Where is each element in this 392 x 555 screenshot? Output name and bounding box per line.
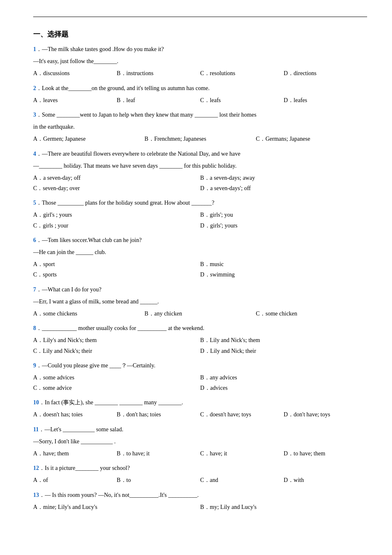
question-line-4-1: —________ holiday. That means we have se…: [33, 161, 367, 171]
question-text-9: ．—Could you please give me ____？—Certain…: [36, 362, 156, 369]
option-4-0: A．a seven-day; off: [33, 173, 200, 183]
option-11-3: D．to have; them: [284, 448, 367, 459]
option-10-3: D．don't have; toys: [284, 409, 367, 420]
question-7: 7．—What can I do for you?—Err, I want a …: [33, 284, 367, 319]
option-6-1: B．music: [200, 259, 368, 269]
question-number-8: 8: [33, 325, 36, 331]
question-number-10: 10: [33, 399, 39, 406]
question-text-5: ．Those _________ plans for the holiday s…: [36, 200, 214, 206]
question-number-3: 3: [33, 112, 36, 118]
question-11: 11．—Let's ___________ some salad.—Sorry,…: [33, 424, 367, 459]
option-10-0: A．doesn't has; toies: [33, 409, 117, 420]
option-8-3: D．Lily and Nick; their: [200, 346, 368, 356]
question-line-7-0: 7．—What can I do for you?: [33, 284, 367, 295]
option-6-0: A．sport: [33, 259, 200, 269]
options-row-5: A．girl's ; yoursB．girls'; youC．girls ; y…: [33, 210, 367, 230]
option-13-0: A．mine; Lily's and Lucy's: [33, 502, 200, 512]
option-3-1: B．Frenchmen; Japaneses: [144, 134, 256, 144]
option-3-0: A．Germen; Japanese: [33, 134, 144, 144]
question-10: 10．In fact (事实上), she ________ ________ …: [33, 397, 367, 420]
option-2-1: B．leaf: [117, 95, 200, 105]
question-number-2: 2: [33, 85, 36, 91]
options-row-7: A．some chickensB．any chickenC．some chick…: [33, 308, 367, 319]
question-line-6-1: —He can join the ______ club.: [33, 247, 367, 257]
option-13-1: B．my; Lily and Lucy's: [200, 502, 368, 512]
option-8-1: B．Lily and Nick's; them: [200, 335, 368, 345]
option-9-3: D．advices: [200, 383, 368, 393]
question-12: 12．Is it a picture________ your school?A…: [33, 463, 367, 485]
section-title: 一、选择题: [33, 29, 367, 39]
question-line-4-0: 4．—There are beautiful flowers everywher…: [33, 149, 367, 159]
question-text-10: ．In fact (事实上), she ________ ________ ma…: [39, 399, 183, 406]
question-text-12: ．Is it a picture________ your school?: [39, 465, 130, 471]
option-11-1: B．to have; it: [117, 448, 200, 459]
option-1-3: D．directions: [284, 68, 367, 78]
option-12-1: B．to: [117, 475, 200, 485]
question-text-6: ．—Tom likes soccer.What club can he join…: [36, 237, 141, 243]
question-5: 5．Those _________ plans for the holiday …: [33, 198, 367, 231]
question-number-4: 4: [33, 151, 36, 157]
options-row-8: A．Lily's and Nick's; themB．Lily and Nick…: [33, 335, 367, 356]
option-1-1: B．instructions: [117, 68, 200, 78]
option-12-0: A．of: [33, 475, 117, 485]
option-4-3: D．a seven-days'; off: [200, 183, 368, 193]
option-3-2: C．Germans; Japanese: [256, 134, 367, 144]
question-text-1: ．—The milk shake tastes good .How do you…: [36, 46, 164, 52]
option-9-1: B．any advices: [200, 372, 368, 383]
option-11-2: C．have; it: [200, 448, 284, 459]
question-number-7: 7: [33, 286, 36, 293]
option-10-1: B．don't has; toies: [117, 409, 200, 420]
option-5-1: B．girls'; you: [200, 210, 368, 220]
option-7-2: C．some chicken: [256, 308, 367, 319]
question-number-12: 12: [33, 465, 39, 471]
option-5-0: A．girl's ; yours: [33, 210, 200, 220]
question-line-12-0: 12．Is it a picture________ your school?: [33, 463, 367, 473]
options-row-6: A．sportB．musicC．sportsD．swimming: [33, 259, 367, 280]
question-text-11: ．—Let's ___________ some salad.: [39, 426, 123, 433]
question-line-5-0: 5．Those _________ plans for the holiday …: [33, 198, 367, 208]
question-2: 2．Look at the________on the ground, and …: [33, 83, 367, 105]
option-9-0: A．some advices: [33, 372, 200, 383]
option-4-1: B．a seven-days; away: [200, 173, 368, 183]
option-6-2: C．sports: [33, 269, 200, 280]
option-5-3: D．girls'; yours: [200, 220, 368, 231]
options-row-3: A．Germen; JapaneseB．Frenchmen; Japaneses…: [33, 134, 367, 144]
option-9-2: C．some advice: [33, 383, 200, 393]
option-12-3: D．with: [284, 475, 367, 485]
option-11-0: A．have; them: [33, 448, 117, 459]
option-2-3: D．leafes: [284, 95, 367, 105]
question-line-8-0: 8．____________ mother usually cooks for …: [33, 323, 367, 333]
question-line-1-0: 1．—The milk shake tastes good .How do yo…: [33, 44, 367, 54]
options-row-1: A．discussionsB．instructionsC．resolutions…: [33, 68, 367, 78]
option-10-2: C．doesn't have; toys: [200, 409, 284, 420]
question-number-6: 6: [33, 237, 36, 243]
options-row-11: A．have; themB．to have; itC．have; itD．to …: [33, 448, 367, 459]
question-text-3: ．Some ________went to Japan to help when…: [36, 112, 256, 118]
option-1-2: C．resolutions: [200, 68, 284, 78]
question-4: 4．—There are beautiful flowers everywher…: [33, 149, 367, 194]
question-line-11-0: 11．—Let's ___________ some salad.: [33, 424, 367, 435]
option-8-0: A．Lily's and Nick's; them: [33, 335, 200, 345]
question-text-7: ．—What can I do for you?: [36, 286, 101, 293]
questions-container: 1．—The milk shake tastes good .How do yo…: [33, 44, 367, 512]
question-line-7-1: —Err, I want a glass of milk, some bread…: [33, 296, 367, 307]
option-7-1: B．any chicken: [144, 308, 256, 319]
options-row-4: A．a seven-day; offB．a seven-days; awayC．…: [33, 173, 367, 193]
question-number-11: 11: [33, 426, 39, 433]
question-line-3-1: in the earthquake.: [33, 122, 367, 132]
options-row-9: A．some advicesB．any advicesC．some advice…: [33, 372, 367, 393]
top-divider: [33, 17, 367, 17]
question-line-9-0: 9．—Could you please give me ____？—Certai…: [33, 360, 367, 371]
options-row-13: A．mine; Lily's and Lucy'sB．my; Lily and …: [33, 502, 367, 512]
option-8-2: C．Lily and Nick's; their: [33, 346, 200, 356]
option-7-0: A．some chickens: [33, 308, 144, 319]
question-13: 13．— Is this room yours? —No, it's not__…: [33, 490, 367, 512]
question-number-5: 5: [33, 200, 36, 206]
question-line-2-0: 2．Look at the________on the ground, and …: [33, 83, 367, 93]
question-text-13: ．— Is this room yours? —No, it's not____…: [39, 492, 199, 498]
option-2-0: A．leaves: [33, 95, 117, 105]
question-number-13: 13: [33, 492, 39, 498]
option-5-2: C．girls ; your: [33, 220, 200, 231]
options-row-12: A．ofB．toC．andD．with: [33, 475, 367, 485]
question-line-6-0: 6．—Tom likes soccer.What club can he joi…: [33, 235, 367, 245]
